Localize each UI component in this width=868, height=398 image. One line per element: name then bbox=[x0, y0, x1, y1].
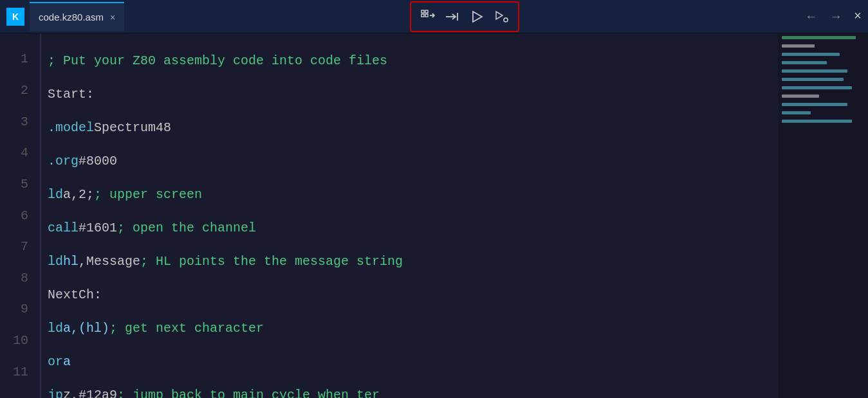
minimap-line bbox=[782, 111, 811, 114]
line-number: 6 bbox=[0, 200, 28, 231]
code-token: hl bbox=[63, 254, 78, 269]
code-line: .org #8000 bbox=[48, 144, 778, 177]
svg-line-16 bbox=[507, 18, 508, 19]
title-bar-left: K code.kz80.asm × bbox=[6, 2, 124, 32]
minimap-line bbox=[782, 53, 840, 56]
nav-back-button[interactable]: ← bbox=[805, 9, 818, 24]
run-icon[interactable] bbox=[465, 5, 488, 28]
code-token: a,2; bbox=[63, 187, 94, 202]
tab-close-button[interactable]: × bbox=[110, 12, 115, 23]
code-token: ; HL points the the message string bbox=[140, 254, 403, 269]
debug-icon[interactable] bbox=[490, 5, 513, 28]
svg-line-14 bbox=[504, 18, 504, 19]
svg-rect-3 bbox=[425, 14, 428, 17]
code-area[interactable]: ; Put your Z80 assembly code into code f… bbox=[41, 33, 778, 398]
code-token: z,#12a9 bbox=[63, 388, 117, 399]
code-line: ld a,(hl) ; get next character bbox=[48, 311, 778, 345]
code-token: call bbox=[48, 221, 78, 235]
code-line: .model Spectrum48 bbox=[48, 111, 778, 144]
line-number: 10 bbox=[0, 325, 28, 357]
code-token: ; Put your Z80 assembly code into code f… bbox=[48, 53, 387, 68]
code-token: ; upper screen bbox=[94, 187, 202, 202]
main-content: 1234567891011 ; Put your Z80 assembly co… bbox=[0, 33, 868, 398]
window-close-button[interactable]: × bbox=[854, 9, 862, 24]
svg-rect-1 bbox=[425, 10, 428, 13]
line-number: 2 bbox=[0, 75, 28, 107]
minimap-line bbox=[782, 78, 844, 81]
title-bar-right: ← → × bbox=[805, 9, 862, 24]
code-token: jp bbox=[48, 388, 63, 399]
svg-line-15 bbox=[507, 21, 508, 21]
svg-marker-7 bbox=[473, 12, 482, 22]
line-number: 9 bbox=[0, 294, 28, 325]
code-token: ,Message bbox=[78, 254, 140, 269]
title-bar: K code.kz80.asm × bbox=[0, 0, 868, 33]
line-numbers: 1234567891011 bbox=[0, 33, 40, 398]
code-token: Spectrum48 bbox=[94, 120, 171, 135]
line-number: 11 bbox=[0, 356, 28, 388]
line-number: 4 bbox=[0, 138, 28, 169]
toolbar-icons-group bbox=[410, 1, 519, 32]
line-number: 8 bbox=[0, 262, 28, 294]
minimap-content bbox=[778, 33, 868, 130]
nav-forward-button[interactable]: → bbox=[829, 9, 842, 24]
code-token: a,(hl) bbox=[63, 321, 109, 336]
code-token: NextCh: bbox=[48, 287, 102, 302]
svg-marker-8 bbox=[496, 12, 503, 19]
debug-svg bbox=[494, 9, 509, 24]
code-token: or bbox=[48, 354, 63, 369]
code-token: ld bbox=[48, 187, 63, 202]
code-token: ; jump back to main cycle when ter bbox=[117, 388, 380, 399]
minimap-line bbox=[782, 44, 815, 48]
minimap-line bbox=[782, 61, 827, 64]
code-line: Start: bbox=[48, 77, 778, 111]
code-token: ld bbox=[48, 321, 63, 336]
code-token: .model bbox=[48, 120, 94, 135]
svg-line-17 bbox=[504, 21, 504, 21]
line-number: 7 bbox=[0, 231, 28, 263]
line-number: 5 bbox=[0, 169, 28, 201]
app-icon: K bbox=[6, 8, 24, 26]
code-editor: 1234567891011 ; Put your Z80 assembly co… bbox=[0, 33, 778, 398]
code-token: #1601 bbox=[78, 221, 117, 235]
run-svg bbox=[469, 9, 485, 24]
code-line: ld a,2; ; upper screen bbox=[48, 177, 778, 211]
minimap-line bbox=[782, 69, 847, 73]
code-line: ; Put your Z80 assembly code into code f… bbox=[48, 44, 778, 77]
minimap-line bbox=[782, 120, 852, 123]
compile-icon[interactable] bbox=[416, 5, 439, 28]
step-icon[interactable] bbox=[441, 5, 464, 28]
line-number: 3 bbox=[0, 106, 28, 138]
code-token: a bbox=[63, 354, 71, 369]
compile-svg bbox=[420, 9, 436, 24]
code-token: ; open the channel bbox=[117, 221, 256, 235]
code-line: ld hl,Message ; HL points the the messag… bbox=[48, 244, 778, 278]
code-line: NextCh: bbox=[48, 278, 778, 311]
minimap-line bbox=[782, 36, 856, 39]
minimap-line bbox=[782, 86, 852, 89]
minimap-line bbox=[782, 95, 819, 98]
minimap bbox=[778, 33, 868, 398]
minimap-line bbox=[782, 103, 847, 106]
step-svg bbox=[445, 9, 460, 24]
code-line: jp z,#12a9 ; jump back to main cycle whe… bbox=[48, 378, 778, 398]
code-token: ; get next character bbox=[109, 321, 264, 336]
code-token: Start: bbox=[48, 87, 94, 102]
line-number: 1 bbox=[0, 44, 28, 75]
svg-rect-2 bbox=[421, 14, 424, 17]
code-line: call #1601 ; open the channel bbox=[48, 211, 778, 244]
code-token: .org bbox=[48, 154, 78, 168]
code-line: or a bbox=[48, 345, 778, 378]
tab-title: code.kz80.asm bbox=[39, 12, 104, 23]
editor-tab[interactable]: code.kz80.asm × bbox=[30, 2, 124, 32]
code-token: ld bbox=[48, 254, 63, 269]
code-token: #8000 bbox=[78, 154, 117, 168]
svg-rect-0 bbox=[421, 10, 424, 13]
